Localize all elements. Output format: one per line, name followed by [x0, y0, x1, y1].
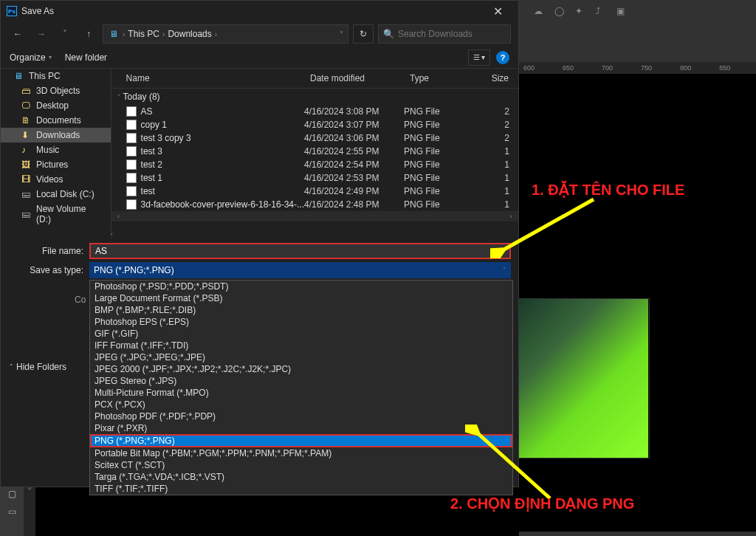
- file-type: PNG File: [404, 186, 481, 196]
- sidebar-item[interactable]: 🗃3D Objects: [1, 83, 111, 98]
- file-type: PNG File: [404, 106, 481, 117]
- file-size: 2: [481, 120, 518, 130]
- file-icon: [126, 106, 137, 117]
- file-icon: [126, 120, 137, 130]
- navigation-bar: ← → ˅ ↑ 🖥 › This PC › Downloads › ˅ ↻ 🔍: [1, 21, 518, 47]
- close-button[interactable]: ✕: [483, 4, 512, 18]
- sidebar-item[interactable]: 🖴Local Disk (C:): [1, 187, 111, 202]
- file-row[interactable]: test 24/16/2024 2:54 PMPNG File1: [111, 158, 518, 171]
- format-option[interactable]: Photoshop PDF (*.PDF;*.PDP): [90, 410, 512, 422]
- format-option[interactable]: Large Document Format (*.PSB): [90, 292, 512, 304]
- chevron-down-icon[interactable]: ˅: [503, 267, 506, 274]
- column-headers[interactable]: Name Date modified Type Size: [111, 69, 518, 89]
- file-type: PNG File: [404, 146, 481, 157]
- format-option[interactable]: JPEG Stereo (*.JPS): [90, 375, 512, 387]
- filename-combobox[interactable]: ˅: [89, 243, 511, 259]
- format-option[interactable]: Photoshop EPS (*.EPS): [90, 316, 512, 328]
- col-name[interactable]: Name: [111, 72, 304, 85]
- sidebar-item[interactable]: 🗎Documents: [1, 113, 111, 128]
- sidebar-item[interactable]: 🖴New Volume (D:): [1, 202, 111, 227]
- back-button[interactable]: ←: [8, 24, 27, 44]
- recent-menu-caret[interactable]: ˅: [55, 24, 75, 44]
- file-name: test 3 copy 3: [141, 133, 191, 143]
- sidebar-item[interactable]: 🖼Pictures: [1, 157, 111, 172]
- file-row[interactable]: copy 14/16/2024 3:07 PMPNG File2: [111, 118, 518, 131]
- search-field[interactable]: [398, 29, 509, 39]
- pc-icon: 🖥: [14, 71, 24, 81]
- file-icon: [126, 146, 137, 157]
- sidebar-item-label: This PC: [29, 71, 61, 81]
- format-option[interactable]: IFF Format (*.IFF;*.TDI): [90, 340, 512, 351]
- help-button[interactable]: ?: [496, 51, 509, 64]
- scroll-left-icon[interactable]: ‹: [114, 213, 123, 220]
- breadcrumb[interactable]: 🖥 › This PC › Downloads › ˅: [103, 24, 348, 44]
- format-option[interactable]: Portable Bit Map (*.PBM;*.PGM;*.PPM;*.PN…: [90, 447, 512, 459]
- sidebar-item[interactable]: 🖵Desktop: [1, 98, 111, 113]
- file-name: test: [141, 186, 155, 196]
- new-folder-button[interactable]: New folder: [65, 52, 107, 63]
- hide-folders-button[interactable]: ˄ Hide Folders: [10, 362, 66, 372]
- format-option[interactable]: Scitex CT (*.SCT): [90, 459, 512, 471]
- format-option[interactable]: PCX (*.PCX): [90, 399, 512, 410]
- format-option[interactable]: BMP (*.BMP;*.RLE;*.DIB): [90, 304, 512, 316]
- sidebar-item[interactable]: ♪Music: [1, 142, 111, 157]
- sidebar-item[interactable]: 🖥This PC: [1, 69, 111, 83]
- dialog-title: Save As: [21, 6, 54, 16]
- quickmask-icon[interactable]: ▢: [4, 486, 20, 502]
- col-type[interactable]: Type: [404, 72, 481, 85]
- format-option[interactable]: PNG (*.PNG;*.PNG): [90, 434, 512, 447]
- savetype-combobox[interactable]: PNG (*.PNG;*.PNG) ˅: [89, 262, 511, 278]
- format-option[interactable]: JPEG (*.JPG;*.JPEG;*.JPE): [90, 351, 512, 363]
- file-size: 2: [481, 133, 518, 143]
- file-row[interactable]: 3d-facebook-cover-preview-6-18-16-34-...…: [111, 198, 518, 211]
- view-options-button[interactable]: ☰ ▾: [468, 49, 490, 66]
- search-icon: 🔍: [383, 29, 394, 39]
- file-size: 1: [481, 186, 518, 196]
- sidebar-item[interactable]: ⬇Downloads: [1, 128, 111, 142]
- format-option[interactable]: Photoshop (*.PSD;*.PDD;*.PSDT): [90, 281, 512, 292]
- format-option[interactable]: GIF (*.GIF): [90, 328, 512, 340]
- savetype-value: PNG (*.PNG;*.PNG): [94, 265, 174, 275]
- drive-icon: 🖴: [21, 189, 32, 199]
- up-button[interactable]: ↑: [79, 24, 98, 44]
- file-row[interactable]: test4/16/2024 2:49 PMPNG File1: [111, 185, 518, 198]
- file-row[interactable]: test 14/16/2024 2:53 PMPNG File1: [111, 171, 518, 185]
- horizontal-ruler: 600650700750800850900950: [519, 62, 756, 74]
- group-header[interactable]: ˅ Today (8): [111, 89, 518, 105]
- file-date: 4/16/2024 2:48 PM: [304, 199, 404, 210]
- drive-icon: 🖴: [21, 209, 32, 219]
- horizontal-scrollbar[interactable]: ‹ ›: [111, 211, 518, 221]
- chevron-down-icon[interactable]: ˅: [501, 247, 505, 255]
- file-row[interactable]: test 34/16/2024 2:55 PMPNG File1: [111, 145, 518, 158]
- file-icon: [126, 159, 137, 170]
- forward-button[interactable]: →: [32, 24, 51, 44]
- breadcrumb-segment[interactable]: Downloads: [168, 29, 211, 39]
- sidebar-item-label: Documents: [36, 115, 81, 126]
- search-input[interactable]: 🔍: [378, 24, 511, 44]
- chevron-down-icon[interactable]: ˅: [340, 30, 343, 38]
- sidebar-item-label: Videos: [36, 174, 63, 185]
- format-option[interactable]: Multi-Picture Format (*.MPO): [90, 387, 512, 399]
- screenmode-icon[interactable]: ▭: [4, 504, 20, 520]
- format-option[interactable]: Targa (*.TGA;*.VDA;*.ICB;*.VST): [90, 471, 512, 483]
- file-row[interactable]: AS4/16/2024 3:08 PMPNG File2: [111, 105, 518, 118]
- format-dropdown-list[interactable]: Photoshop (*.PSD;*.PDD;*.PSDT)Large Docu…: [89, 280, 513, 495]
- organize-menu[interactable]: Organize ▾: [10, 52, 52, 63]
- sidebar-item[interactable]: 🎞Videos: [1, 172, 111, 187]
- refresh-button[interactable]: ↻: [353, 24, 374, 44]
- filename-input[interactable]: [95, 246, 497, 256]
- format-option[interactable]: JPEG 2000 (*.JPF;*.JPX;*.JP2;*.J2C;*.J2K…: [90, 363, 512, 375]
- caret-down-icon: ▾: [49, 54, 52, 61]
- file-size: 1: [481, 146, 518, 157]
- dialog-titlebar: Ps Save As ✕: [1, 1, 518, 21]
- file-size: 2: [481, 106, 518, 117]
- scroll-right-icon[interactable]: ›: [506, 213, 515, 220]
- sidebar-item-label: New Volume (D:): [36, 204, 103, 224]
- sidebar-expand-caret[interactable]: ˅: [110, 233, 114, 240]
- col-size[interactable]: Size: [481, 72, 518, 85]
- file-row[interactable]: test 3 copy 34/16/2024 3:06 PMPNG File2: [111, 131, 518, 145]
- breadcrumb-segment[interactable]: This PC: [128, 29, 159, 39]
- col-date[interactable]: Date modified: [304, 72, 404, 85]
- format-option[interactable]: TIFF (*.TIF;*.TIFF): [90, 483, 512, 495]
- format-option[interactable]: Pixar (*.PXR): [90, 422, 512, 434]
